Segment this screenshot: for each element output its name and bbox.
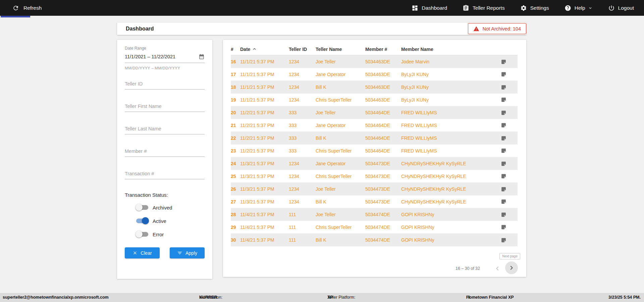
row-member-name: GOPI KRISHNy <box>401 212 499 217</box>
previous-page-button[interactable] <box>493 264 501 273</box>
nav-help[interactable]: Help <box>565 5 593 11</box>
teller-id-input[interactable] <box>125 79 205 89</box>
note-icon <box>501 84 506 90</box>
row-date: 11/2/21 5:37 PM <box>240 135 289 141</box>
column-member-number[interactable]: Member # <box>365 47 401 52</box>
table-row[interactable]: 16 11/1/21 5:37 PM 1234 Joe Teller 50344… <box>231 55 518 68</box>
not-archived-badge[interactable]: Not Archived: 104 <box>468 23 526 34</box>
toggle-error[interactable]: Error <box>136 231 205 238</box>
row-member-name: FRED WILLIyMS <box>401 135 499 141</box>
table-row[interactable]: 17 11/1/21 5:37 PM 1234 Jane Operator 50… <box>231 68 518 81</box>
table-row[interactable]: 25 11/3/21 5:37 PM 1234 Chris SuperTelle… <box>231 170 518 183</box>
column-teller-name[interactable]: Teller Name <box>316 47 365 52</box>
row-note-button[interactable] <box>499 84 518 90</box>
status-footer: superteller2@hometownfinancialxp.onmicro… <box>0 293 644 302</box>
row-number: 23 <box>231 148 240 154</box>
table-row[interactable]: 28 11/4/21 5:37 PM 111 Joe Teller 503447… <box>231 208 518 221</box>
row-member-number: 5034463DE <box>365 84 401 90</box>
row-teller-id: 1234 <box>289 186 316 192</box>
row-member-number: 5034473DE <box>365 199 401 204</box>
row-note-button[interactable] <box>499 71 518 77</box>
row-number: 20 <box>231 110 240 115</box>
table-row[interactable]: 27 11/3/21 5:37 PM 1234 Bill K 5034473DE… <box>231 195 518 208</box>
row-note-button[interactable] <box>499 148 518 154</box>
table-row[interactable]: 20 11/2/21 5:37 PM 333 Joe Teller 503446… <box>231 106 518 119</box>
row-note-button[interactable] <box>499 161 518 167</box>
date-range-field[interactable]: 11/1/2021 – 11/22/2021 <box>125 54 205 63</box>
note-icon <box>501 110 506 116</box>
toggle-active[interactable]: Active <box>136 217 205 225</box>
row-note-button[interactable] <box>499 173 518 179</box>
filter-icon <box>177 250 182 256</box>
clear-button[interactable]: Clear <box>125 247 160 258</box>
row-number: 19 <box>231 97 240 103</box>
row-teller-id: 1234 <box>289 199 316 204</box>
row-note-button[interactable] <box>499 122 518 128</box>
row-note-button[interactable] <box>499 224 518 230</box>
table-row[interactable]: 18 11/1/21 5:37 PM 1234 Bill K 5034463DE… <box>231 81 518 94</box>
row-member-number: 5034464DE <box>365 148 401 154</box>
table-row[interactable]: 30 11/4/21 5:37 PM 111 Bill K 5034474DE … <box>231 234 518 246</box>
apply-button[interactable]: Apply <box>170 247 205 258</box>
table-header-row: # Date Teller ID Teller Name Member # Me… <box>231 43 518 55</box>
next-page-button[interactable] <box>505 261 518 274</box>
row-note-button[interactable] <box>499 186 518 192</box>
row-member-number: 5034474DE <box>365 225 401 230</box>
row-member-number: 5034473DE <box>365 174 401 179</box>
column-date[interactable]: Date <box>240 47 289 52</box>
row-teller-id: 1234 <box>289 84 316 90</box>
row-number: 26 <box>231 186 240 192</box>
transaction-number-input[interactable] <box>125 169 205 179</box>
table-row[interactable]: 19 11/1/21 5:37 PM 1234 Chris SuperTelle… <box>231 94 518 106</box>
table-row[interactable]: 24 11/3/21 5:37 PM 1234 Jane Operator 50… <box>231 157 518 170</box>
nav-logout[interactable]: Logout <box>608 5 634 11</box>
dashboard-icon <box>412 5 418 11</box>
row-number: 17 <box>231 72 240 77</box>
row-teller-name: Bill K <box>316 237 365 243</box>
row-member-number: 5034473DE <box>365 186 401 192</box>
table-row[interactable]: 22 11/2/21 5:37 PM 333 Bill K 5034464DE … <box>231 132 518 144</box>
row-member-number: 5034464DE <box>365 110 401 115</box>
row-note-button[interactable] <box>499 237 518 243</box>
row-teller-name: Joe Teller <box>316 59 365 64</box>
table-body: 16 11/1/21 5:37 PM 1234 Joe Teller 50344… <box>231 55 518 246</box>
row-member-name: CHyNDRySHEKHyR KySyRLE <box>401 199 499 204</box>
teller-first-name-input[interactable] <box>125 102 205 112</box>
column-teller-id[interactable]: Teller ID <box>289 47 316 52</box>
row-number: 27 <box>231 199 240 204</box>
nav-dashboard[interactable]: Dashboard <box>412 5 447 11</box>
row-note-button[interactable] <box>499 199 518 204</box>
calendar-icon[interactable] <box>199 54 205 60</box>
table-row[interactable]: 26 11/3/21 5:37 PM 1234 Joe Teller 50344… <box>231 183 518 195</box>
table-row[interactable]: 21 11/2/21 5:37 PM 333 Jane Operator 503… <box>231 119 518 132</box>
error-switch[interactable] <box>136 232 148 237</box>
row-teller-name: Joe Teller <box>316 110 365 115</box>
row-note-button[interactable] <box>499 110 518 116</box>
table-row[interactable]: 29 11/4/21 5:37 PM 111 Chris SuperTeller… <box>231 221 518 234</box>
row-date: 11/3/21 5:37 PM <box>240 199 289 204</box>
refresh-button[interactable]: Refresh <box>0 0 42 16</box>
note-icon <box>501 148 506 154</box>
nav-settings[interactable]: Settings <box>520 5 549 11</box>
row-member-number: 5034473DE <box>365 161 401 166</box>
sort-ascending-icon <box>252 47 257 52</box>
chevron-right-icon <box>507 264 516 272</box>
row-member-name: GOPI KRISHNy <box>401 237 499 243</box>
toggle-archived[interactable]: Archived <box>136 204 205 211</box>
row-member-number: 5034463DE <box>365 59 401 64</box>
row-note-button[interactable] <box>499 97 518 103</box>
table-row[interactable]: 23 11/2/21 5:37 PM 333 Chris SuperTeller… <box>231 144 518 157</box>
nav-logout-label: Logout <box>618 5 634 11</box>
active-switch[interactable] <box>136 219 148 223</box>
date-range-label: Date Range <box>125 46 205 51</box>
row-member-number: 5034474DE <box>365 237 401 243</box>
column-member-name[interactable]: Member Name <box>401 47 499 52</box>
teller-last-name-input[interactable] <box>125 124 205 134</box>
nav-teller-reports[interactable]: Teller Reports <box>463 5 505 11</box>
archived-switch[interactable] <box>136 205 148 210</box>
row-note-button[interactable] <box>499 59 518 65</box>
member-number-input[interactable] <box>125 146 205 157</box>
column-number[interactable]: # <box>231 47 240 52</box>
row-note-button[interactable] <box>499 135 518 141</box>
row-note-button[interactable] <box>499 212 518 218</box>
